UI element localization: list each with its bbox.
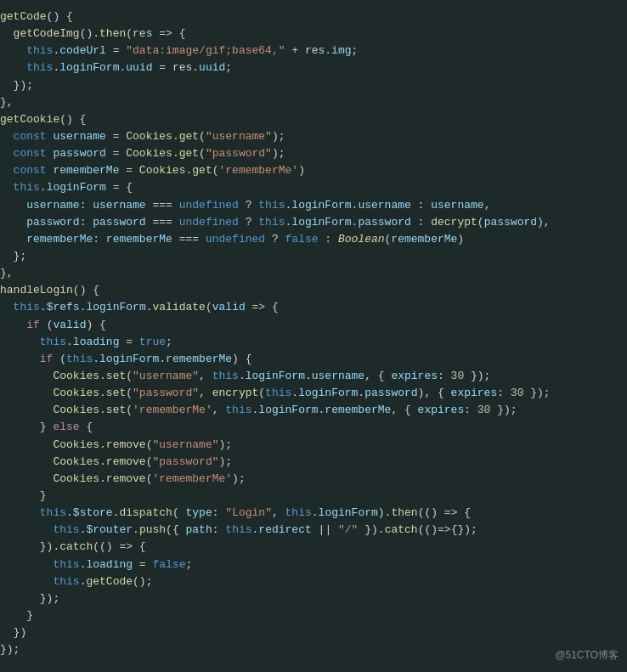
code-line: this.loginForm.uuid = res.uuid; [0, 59, 627, 76]
code-line: if (this.loginForm.rememberMe) { [0, 351, 627, 368]
code-line: } [0, 607, 627, 624]
code-line: getCode() { [0, 8, 627, 25]
code-line: }, [0, 265, 627, 282]
code-line: username: username === undefined ? this.… [0, 197, 627, 214]
code-line: if (valid) { [0, 317, 627, 334]
code-content: getCode() { getCodeImg().then(res => { t… [0, 5, 627, 662]
code-line: password: password === undefined ? this.… [0, 214, 627, 231]
code-line: }) [0, 624, 627, 641]
code-line: this.$refs.loginForm.validate(valid => { [0, 299, 627, 316]
code-line: Cookies.set('rememberMe', this.loginForm… [0, 402, 627, 419]
code-line: this.loading = false; [0, 556, 627, 573]
code-line: const password = Cookies.get("password")… [0, 145, 627, 162]
code-line: Cookies.remove("password"); [0, 454, 627, 471]
code-line: } else { [0, 419, 627, 436]
code-line: getCodeImg().then(res => { [0, 25, 627, 42]
code-line: this.loginForm = { [0, 179, 627, 196]
code-line: this.$router.push({ path: this.redirect … [0, 522, 627, 539]
code-line: }, [0, 94, 627, 111]
code-line: const username = Cookies.get("username")… [0, 128, 627, 145]
code-line: Cookies.set("username", this.loginForm.u… [0, 368, 627, 385]
code-line: this.loading = true; [0, 334, 627, 351]
code-line: Cookies.set("password", encrypt(this.log… [0, 385, 627, 402]
code-line: handleLogin() { [0, 282, 627, 299]
code-line: }; [0, 248, 627, 265]
code-line: }).catch(() => { [0, 539, 627, 556]
code-line: Cookies.remove('rememberMe'); [0, 471, 627, 488]
code-line: getCookie() { [0, 111, 627, 128]
code-line: Cookies.remove("username"); [0, 437, 627, 454]
code-line: this.getCode(); [0, 573, 627, 590]
code-line: this.codeUrl = "data:image/gif;base64," … [0, 42, 627, 59]
code-line: const rememberMe = Cookies.get('remember… [0, 162, 627, 179]
watermark-text: @51CTO博客 [555, 647, 619, 664]
code-line: } [0, 488, 627, 505]
code-line: }); [0, 77, 627, 94]
code-line: rememberMe: rememberMe === undefined ? f… [0, 231, 627, 248]
code-line: }); [0, 641, 627, 658]
code-viewer: getCode() { getCodeImg().then(res => { t… [0, 0, 627, 672]
code-line: this.$store.dispatch( type: "Login", thi… [0, 505, 627, 522]
code-line: }); [0, 590, 627, 607]
